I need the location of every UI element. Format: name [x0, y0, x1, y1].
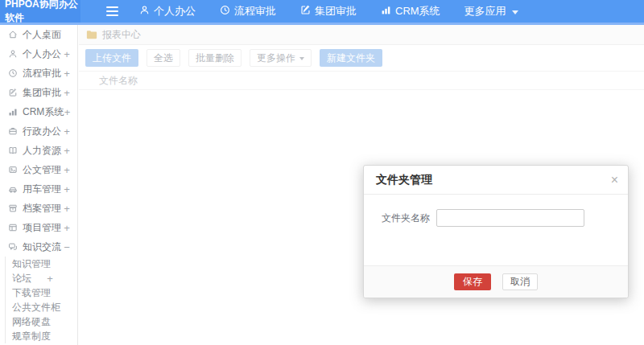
sidebar-subitem-label: 网络硬盘 — [12, 315, 51, 329]
sidebar-item-archive-mgmt[interactable]: 档案管理 + — [0, 199, 77, 218]
expand-toggle[interactable]: + — [63, 87, 71, 99]
select-all-button[interactable]: 全选 — [147, 49, 180, 67]
nav-item-label: 流程审批 — [234, 4, 276, 18]
save-button[interactable]: 保存 — [454, 273, 491, 290]
sidebar-subitem-forum[interactable]: 论坛 + — [6, 271, 77, 285]
sidebar-item-crm-system[interactable]: CRM系统 + — [0, 102, 77, 121]
sidebar-subitem-label: 下载管理 — [12, 286, 51, 300]
sidebar-subitem-label: 规章制度 — [12, 330, 51, 343]
close-icon[interactable]: × — [611, 174, 618, 187]
sidebar-item-admin-office[interactable]: 行政办公 + — [0, 121, 77, 141]
edit-icon — [8, 88, 18, 97]
sidebar-subitem-label: 论坛 — [12, 272, 31, 285]
project-icon — [8, 223, 18, 232]
bar-chart-icon — [381, 5, 395, 18]
folder-management-dialog: 文件夹管理 × 文件夹名称 保存 取消 — [363, 165, 629, 298]
sidebar-subitem-rules[interactable]: 规章制度 — [6, 329, 77, 343]
nav-item-label: 更多应用 — [464, 4, 506, 18]
sidebar-item-label: 人力资源 — [23, 144, 63, 158]
toolbar: 上传文件 全选 批量删除 更多操作 新建文件夹 — [79, 45, 644, 71]
hamburger-menu-icon[interactable] — [106, 6, 118, 16]
app-logo: PHPOA协同办公软件 — [0, 0, 80, 23]
knowledge-exchange-submenu: 知识管理 论坛 + 下载管理 公共文件柜 网络硬盘 规章制度 — [5, 257, 77, 343]
nav-item-personal-office[interactable]: 个人办公 — [139, 4, 196, 18]
more-operations-button[interactable]: 更多操作 — [250, 49, 312, 67]
folder-name-label: 文件夹名称 — [382, 209, 430, 227]
home-icon — [8, 30, 18, 39]
file-name-column-header: 文件名称 — [99, 74, 138, 88]
clock-icon — [8, 68, 18, 78]
sidebar-item-label: 项目管理 — [23, 221, 63, 235]
sidebar-item-hr[interactable]: 人力资源 + — [0, 141, 77, 160]
nav-item-crm-system[interactable]: CRM系统 — [381, 4, 440, 18]
folder-icon — [86, 30, 97, 39]
expand-toggle[interactable]: + — [46, 273, 54, 285]
dialog-title: 文件夹管理 — [376, 173, 611, 187]
sidebar-item-label: 个人桌面 — [23, 28, 63, 42]
expand-toggle[interactable]: + — [63, 203, 71, 215]
sidebar-subitem-network-disk[interactable]: 网络硬盘 — [6, 314, 77, 329]
sidebar-item-label: 集团审批 — [23, 86, 63, 100]
expand-toggle[interactable]: + — [63, 125, 71, 138]
expand-toggle[interactable]: + — [63, 183, 71, 195]
expand-toggle[interactable]: + — [63, 48, 71, 60]
sidebar-item-label: CRM系统 — [23, 105, 64, 119]
sidebar-subitem-public-file-cabinet[interactable]: 公共文件柜 — [6, 300, 77, 314]
expand-toggle[interactable]: + — [63, 68, 71, 80]
nav-item-more-apps[interactable]: 更多应用 — [464, 4, 518, 18]
app-window: PHPOA协同办公软件 个人办公 流程审批 集团审批 CRM系统 — [0, 0, 644, 345]
sidebar-item-vehicle-mgmt[interactable]: 用车管理 + — [0, 179, 77, 199]
sidebar-subitem-label: 知识管理 — [12, 257, 51, 271]
sidebar-item-workflow-approval[interactable]: 流程审批 + — [0, 64, 77, 83]
caret-down-icon — [512, 10, 518, 14]
sidebar-item-label: 用车管理 — [23, 183, 63, 196]
nav-item-label: CRM系统 — [395, 4, 440, 18]
breadcrumb-label: 报表中心 — [102, 28, 141, 42]
expand-toggle[interactable]: + — [63, 164, 71, 176]
archive-icon — [8, 203, 18, 213]
more-operations-label: 更多操作 — [257, 51, 295, 65]
document-icon — [8, 165, 18, 175]
nav-item-group-approval[interactable]: 集团审批 — [300, 4, 357, 18]
edit-icon — [300, 5, 315, 18]
sidebar-item-label: 个人办公 — [23, 47, 63, 61]
sidebar-item-label: 公文管理 — [23, 163, 63, 177]
dialog-footer: 保存 取消 — [364, 265, 628, 298]
dialog-body: 文件夹名称 — [364, 195, 628, 265]
sidebar-item-project-mgmt[interactable]: 项目管理 + — [0, 218, 77, 237]
nav-item-workflow-approval[interactable]: 流程审批 — [220, 4, 276, 18]
cancel-button[interactable]: 取消 — [502, 273, 538, 290]
breadcrumb: 报表中心 — [79, 25, 644, 45]
sidebar-subitem-knowledge-mgmt[interactable]: 知识管理 — [6, 257, 77, 271]
sidebar-item-label: 知识交流 — [23, 240, 63, 254]
expand-toggle[interactable]: + — [63, 145, 71, 157]
expand-toggle[interactable]: + — [63, 222, 71, 234]
sidebar-item-group-approval[interactable]: 集团审批 + — [0, 83, 77, 102]
folder-name-input[interactable] — [436, 209, 584, 227]
new-folder-button[interactable]: 新建文件夹 — [320, 49, 382, 67]
dialog-header: 文件夹管理 × — [364, 166, 628, 195]
sidebar: 个人桌面 个人办公 + 流程审批 + 集团审批 + CRM系统 + 行政办公 + — [0, 25, 78, 345]
nav-item-label: 集团审批 — [315, 4, 357, 18]
clock-icon — [220, 5, 234, 18]
briefcase-icon — [8, 126, 18, 136]
user-icon — [8, 49, 18, 59]
expand-toggle[interactable]: + — [64, 106, 71, 118]
sidebar-subitem-download-mgmt[interactable]: 下载管理 — [6, 285, 77, 300]
upload-file-button[interactable]: 上传文件 — [85, 49, 138, 67]
sidebar-item-label: 档案管理 — [23, 202, 63, 216]
user-icon — [139, 5, 154, 18]
caret-down-icon — [299, 57, 304, 60]
file-list-header: 文件名称 — [79, 71, 644, 90]
sidebar-item-label: 流程审批 — [23, 67, 63, 80]
sidebar-item-personal-desktop[interactable]: 个人桌面 — [0, 25, 77, 44]
sidebar-item-knowledge-exchange[interactable]: 知识交流 − — [0, 237, 77, 257]
nav-item-label: 个人办公 — [154, 4, 196, 18]
car-icon — [8, 184, 18, 194]
sidebar-item-document-mgmt[interactable]: 公文管理 + — [0, 160, 77, 179]
chat-icon — [8, 242, 18, 252]
batch-delete-button[interactable]: 批量删除 — [188, 49, 242, 67]
expand-toggle[interactable]: − — [63, 241, 71, 253]
sidebar-subitem-label: 公共文件柜 — [12, 301, 60, 314]
sidebar-item-personal-office[interactable]: 个人办公 + — [0, 44, 77, 64]
